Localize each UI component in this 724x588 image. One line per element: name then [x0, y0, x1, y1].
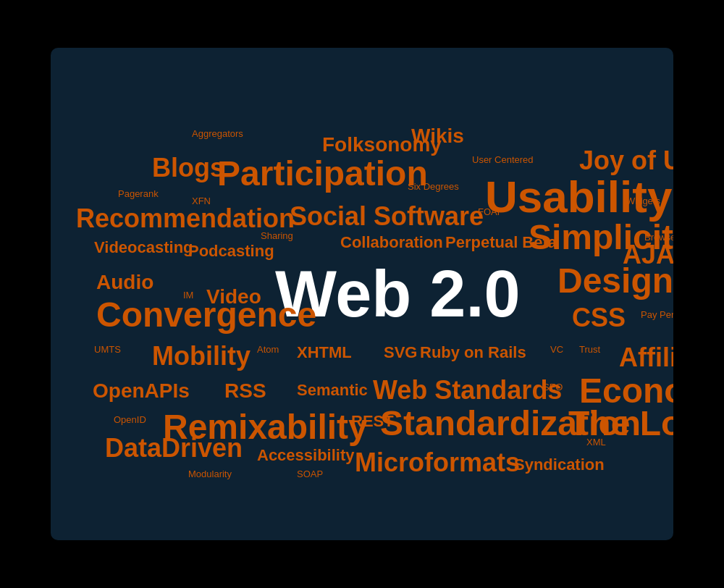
word-im: IM	[183, 290, 193, 300]
word-web-standards: Web Standards	[373, 377, 562, 403]
word-podcasting: Podcasting	[188, 243, 274, 259]
word-videocasting: Videocasting	[94, 240, 193, 256]
word-svg: SVG	[384, 345, 417, 361]
word-aggregators: Aggregators	[192, 129, 243, 138]
word-microformats: Microformats	[355, 450, 520, 476]
word-xhtml: XHTML	[297, 345, 352, 361]
word-ajax: AJAX	[623, 242, 673, 268]
word-joy-of-use: Joy of Use	[579, 148, 673, 174]
word-pagerank: Pagerank	[118, 189, 159, 198]
word-soap: SOAP	[297, 469, 323, 479]
word-cloud-canvas: Web 2.0UsabilityParticipationSocial Soft…	[51, 48, 673, 540]
word-xfn: XFN	[192, 196, 211, 206]
word-wikis: Wikis	[411, 126, 464, 146]
word-blogs: Blogs	[152, 155, 224, 181]
word-six-degrees: Six Degrees	[408, 182, 459, 191]
word-openid: OpenID	[114, 415, 146, 424]
word-recommendation: Recommendation	[76, 206, 295, 232]
word-audio: Audio	[96, 272, 153, 293]
word-umts: UMTS	[94, 345, 121, 354]
word-video: Video	[206, 287, 261, 307]
word-vc: VC	[550, 345, 563, 354]
word-atom: Atom	[257, 345, 279, 354]
word-rest: REST	[351, 413, 394, 429]
word-modularity: Modularity	[188, 469, 232, 479]
word-css: CSS	[572, 305, 626, 331]
word-accessibility: Accessibility	[257, 448, 355, 463]
word-foaf: FOAF	[478, 207, 503, 217]
word-social-software: Social Software	[290, 203, 484, 230]
word-collaboration: Collaboration	[340, 235, 443, 251]
word-sharing: Sharing	[261, 231, 293, 240]
word-mobility: Mobility	[152, 343, 251, 369]
word-perpetual-beta: Perpetual Beta	[445, 235, 557, 251]
word-seo: SEO	[543, 382, 563, 392]
word-pay-per-click: Pay Per Click	[641, 310, 673, 319]
word-semantic: Semantic	[297, 382, 368, 398]
word-browser: Browser	[644, 232, 673, 242]
word-user-centered: User Centered	[472, 155, 534, 164]
word-economy: Economy	[579, 374, 673, 408]
word-the-long-tail: The Long Tail	[568, 406, 673, 441]
word-syndication: Syndication	[514, 457, 605, 473]
word-trust: Trust	[579, 345, 600, 354]
word-participation: Participation	[217, 156, 428, 191]
word-xml: XML	[586, 437, 606, 447]
word-widgets: Widgets	[626, 196, 660, 206]
word-ruby-on-rails: Ruby on Rails	[420, 345, 526, 361]
word-datadriven: DataDriven	[105, 435, 243, 461]
word-affiliation: Affiliation	[619, 345, 673, 371]
word-rss: RSS	[224, 381, 266, 401]
word-openapis: OpenAPIs	[93, 381, 190, 401]
